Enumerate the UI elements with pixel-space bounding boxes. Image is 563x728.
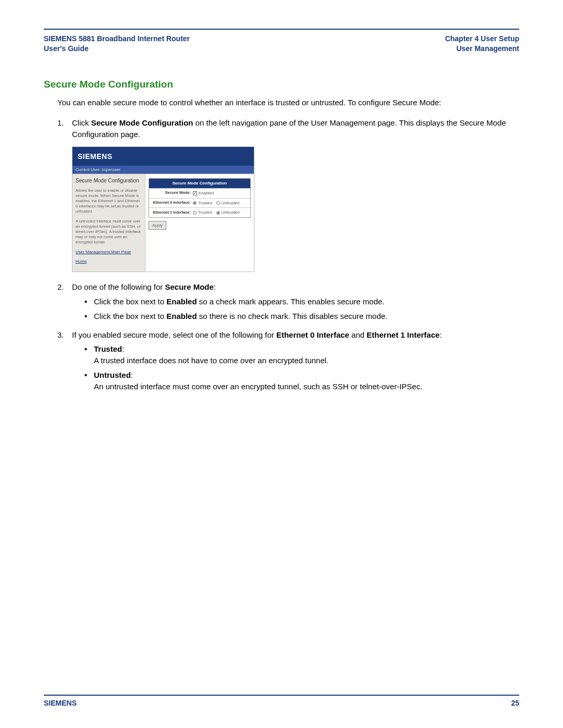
footer-brand: SIEMENS xyxy=(44,699,77,707)
header-top-rule xyxy=(44,29,519,30)
cfg-title: Secure Mode Configuration xyxy=(149,179,250,188)
embed-link-home[interactable]: Home xyxy=(76,258,142,265)
embed-side-title: Secure Mode Configuration xyxy=(76,177,142,185)
step2-bullet-1: Click the box next to Enabled so a check… xyxy=(84,296,519,307)
step-1: 1. Click Secure Mode Configuration on th… xyxy=(57,117,519,272)
step3-mid: and xyxy=(349,330,366,339)
header-left-2: User's Guide xyxy=(44,44,190,54)
page-footer: SIEMENS 25 xyxy=(44,695,519,707)
step2-bullet-2: Click the box next to Enabled so there i… xyxy=(84,311,519,322)
header-right-1: Chapter 4 User Setup xyxy=(445,34,519,44)
embed-side-p2: A untrusted interface must come over an … xyxy=(76,219,142,245)
eth0-untrusted-text: Untrusted xyxy=(222,200,240,206)
step3-bold1: Ethernet 0 Interface xyxy=(276,330,349,339)
step2-pre: Do one of the following for xyxy=(72,282,165,291)
embed-main: Secure Mode Configuration Secure Mode: E… xyxy=(145,174,254,272)
intro-paragraph: You can enable secure mode to control wh… xyxy=(57,97,519,108)
eth0-untrusted-radio[interactable] xyxy=(216,201,220,205)
enabled-text: Enabled xyxy=(199,190,214,196)
eth1-untrusted-text: Untrusted xyxy=(222,209,240,216)
step1-pre: Click xyxy=(72,118,91,127)
step-2: 2. Do one of the following for Secure Mo… xyxy=(57,281,519,322)
eth0-label: Ethernet 0 Interface: xyxy=(151,200,193,206)
step-number: 3. xyxy=(57,329,64,341)
eth0-trusted-text: Trusted xyxy=(198,200,212,206)
section-title: Secure Mode Configuration xyxy=(44,79,519,90)
eth1-trusted-radio[interactable] xyxy=(193,211,197,215)
embed-sidebar: Secure Mode Configuration Allows the use… xyxy=(72,174,145,272)
step-3: 3. If you enabled secure mode, select on… xyxy=(57,329,519,392)
step3-post: : xyxy=(439,330,442,339)
step-number: 2. xyxy=(57,281,64,293)
step3-pre: If you enabled secure mode, select one o… xyxy=(72,330,276,339)
embed-brand: SIEMENS xyxy=(72,147,254,166)
step3-untrusted: Untrusted: An untrusted interface must c… xyxy=(84,369,519,392)
step3-trusted: Trusted: A trusted interface does not ha… xyxy=(84,343,519,366)
eth1-untrusted-radio[interactable] xyxy=(216,211,220,215)
header-right-2: User Management xyxy=(445,44,519,54)
embed-link-usermgmt[interactable]: User Management Main Page xyxy=(76,249,142,255)
eth1-trusted-text: Trusted xyxy=(198,209,212,216)
footer-page: 25 xyxy=(511,699,519,707)
enabled-checkbox[interactable] xyxy=(193,191,197,195)
embed-side-p1: Allows the user to enable or disable sec… xyxy=(76,188,142,215)
step2-post: : xyxy=(214,282,216,291)
embed-userbar: Current User: superuser xyxy=(72,166,254,175)
step-number: 1. xyxy=(57,117,64,129)
eth0-trusted-radio[interactable] xyxy=(193,201,197,205)
step1-bold: Secure Mode Configuration xyxy=(91,118,193,127)
step2-bold: Secure Mode xyxy=(165,282,213,291)
step3-bold2: Ethernet 1 Interface xyxy=(366,330,439,339)
eth1-label: Ethernet 1 Interface: xyxy=(151,210,193,216)
header-left-1: SIEMENS 5881 Broadband Internet Router xyxy=(44,34,190,44)
page-header: SIEMENS 5881 Broadband Internet Router U… xyxy=(44,34,519,54)
embedded-screenshot: SIEMENS Current User: superuser Secure M… xyxy=(72,146,254,273)
apply-button[interactable]: Apply xyxy=(149,221,166,230)
secure-mode-label: Secure Mode: xyxy=(151,190,193,196)
